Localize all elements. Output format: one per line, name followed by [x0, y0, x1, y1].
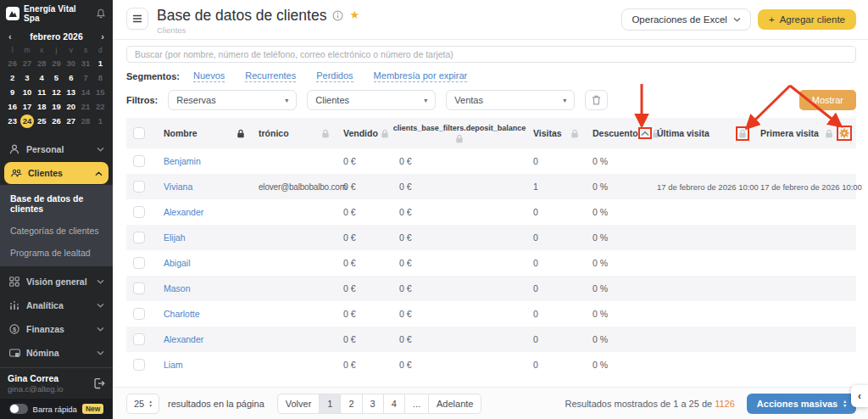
- calendar-prev-icon[interactable]: ‹: [8, 32, 12, 42]
- calendar-day[interactable]: 5: [49, 71, 63, 85]
- info-icon[interactable]: [332, 10, 343, 21]
- page-button[interactable]: ...: [404, 394, 429, 414]
- calendar-day[interactable]: 26: [6, 57, 19, 70]
- calendar-day[interactable]: 28: [79, 115, 92, 128]
- column-header-descuento[interactable]: Descuento: [586, 128, 650, 138]
- filter-select[interactable]: Ventas ▾: [446, 90, 575, 110]
- calendar-next-icon[interactable]: ›: [101, 32, 104, 42]
- calendar-day[interactable]: 3: [20, 71, 34, 85]
- segment-link[interactable]: Perdidos: [316, 70, 353, 82]
- filter-select[interactable]: Reservas ▾: [168, 90, 297, 110]
- calendar-day[interactable]: 12: [49, 86, 63, 99]
- calendar-day[interactable]: 28: [35, 57, 48, 70]
- bulk-actions-button[interactable]: Acciones masivas ▴▾: [747, 394, 856, 414]
- sidebar-item-base-de-datos[interactable]: Base de datos de clientes: [0, 187, 113, 220]
- calendar-day[interactable]: 31: [79, 57, 92, 70]
- sidebar-item-clientes[interactable]: Clientes: [4, 162, 108, 184]
- menu-burger-button[interactable]: [126, 8, 148, 30]
- calendar-day[interactable]: 8: [93, 71, 107, 85]
- calendar-day[interactable]: 27: [20, 57, 34, 70]
- calendar-day[interactable]: 1: [93, 57, 107, 70]
- page-button[interactable]: Volver: [277, 394, 320, 414]
- search-input[interactable]: [126, 46, 856, 63]
- calendar-day[interactable]: 23: [6, 115, 19, 128]
- row-checkbox[interactable]: [133, 257, 145, 269]
- sidebar-item-finanzas[interactable]: Finanzas: [0, 317, 113, 341]
- calendar-day[interactable]: 30: [64, 57, 78, 70]
- calendar-day[interactable]: 11: [35, 86, 48, 99]
- client-name-link[interactable]: Viviana: [157, 182, 252, 192]
- row-checkbox[interactable]: [133, 359, 145, 371]
- calendar-day[interactable]: 21: [79, 100, 92, 114]
- calendar-day[interactable]: 6: [64, 71, 78, 85]
- calendar-day[interactable]: 16: [6, 100, 19, 114]
- segment-link[interactable]: Recurrentes: [245, 70, 296, 82]
- collapse-panel-button[interactable]: ‹: [851, 385, 868, 407]
- client-name-link[interactable]: Alexander: [157, 207, 252, 217]
- calendar-day[interactable]: 17: [20, 100, 34, 114]
- calendar-day[interactable]: 29: [49, 57, 63, 70]
- column-settings-gear-icon[interactable]: [839, 128, 849, 138]
- sidebar-item-personal[interactable]: Personal: [0, 137, 113, 161]
- calendar-day[interactable]: 19: [49, 100, 63, 114]
- column-header-primera-visita[interactable]: Primera visita: [754, 128, 856, 138]
- calendar-day[interactable]: 1: [93, 115, 107, 128]
- show-button[interactable]: Mostrar: [799, 90, 856, 110]
- sidebar-item-vision-general[interactable]: Visión general: [0, 270, 113, 293]
- client-name-link[interactable]: Elijah: [157, 232, 252, 243]
- client-name-link[interactable]: Mason: [157, 283, 252, 293]
- logout-icon[interactable]: [93, 377, 105, 389]
- page-size-select[interactable]: 25 ▴▾: [126, 394, 159, 414]
- calendar-day[interactable]: 14: [79, 86, 92, 99]
- calendar-day[interactable]: 25: [35, 115, 48, 128]
- row-checkbox[interactable]: [133, 155, 145, 167]
- quickbar-toggle[interactable]: [9, 404, 28, 414]
- row-checkbox[interactable]: [133, 206, 145, 218]
- client-name-link[interactable]: Abigail: [157, 258, 252, 268]
- row-checkbox[interactable]: [133, 232, 145, 243]
- segment-link[interactable]: Membresía por expirar: [374, 70, 468, 82]
- favorite-star-icon[interactable]: ★: [349, 9, 359, 21]
- row-checkbox[interactable]: [133, 333, 145, 345]
- column-header-nombre[interactable]: Nombre: [157, 128, 252, 138]
- client-name-link[interactable]: Charlotte: [157, 309, 252, 319]
- calendar-day[interactable]: 24: [20, 115, 34, 128]
- column-header-deposit[interactable]: clients_base_filters.deposit_balance: [392, 121, 526, 146]
- row-checkbox[interactable]: [133, 181, 145, 193]
- sidebar-item-nomina[interactable]: Nómina: [0, 341, 113, 365]
- calendar-day[interactable]: 10: [20, 86, 34, 99]
- page-button[interactable]: Adelante: [428, 394, 481, 414]
- client-name-link[interactable]: Benjamin: [157, 156, 252, 166]
- segment-link[interactable]: Nuevos: [193, 70, 225, 82]
- page-button[interactable]: 4: [383, 394, 405, 414]
- calendar-day[interactable]: 4: [35, 71, 48, 85]
- page-button[interactable]: 3: [362, 394, 384, 414]
- excel-operations-button[interactable]: Operaciones de Excel: [621, 8, 751, 31]
- notifications-bell-icon[interactable]: [96, 8, 106, 19]
- page-button[interactable]: 2: [340, 394, 362, 414]
- sidebar-item-analitica[interactable]: Analítica: [0, 293, 113, 317]
- client-name-link[interactable]: Liam: [157, 360, 252, 370]
- sidebar-item-programa-lealtad[interactable]: Programa de lealtad: [0, 242, 113, 264]
- client-name-link[interactable]: Alexander: [157, 334, 252, 344]
- calendar-day[interactable]: 2: [6, 71, 19, 85]
- calendar-day[interactable]: 9: [6, 86, 19, 99]
- row-checkbox[interactable]: [133, 282, 145, 294]
- sidebar-item-categorias[interactable]: Categorías de clientes: [0, 220, 113, 242]
- calendar-day[interactable]: 22: [93, 100, 107, 114]
- select-all-checkbox[interactable]: [133, 127, 145, 139]
- calendar-day[interactable]: 26: [49, 115, 63, 128]
- column-header-ultima-visita[interactable]: Última visita: [650, 128, 754, 138]
- filter-select[interactable]: Clientes ▾: [307, 90, 436, 110]
- calendar-day[interactable]: 27: [64, 115, 78, 128]
- column-header-correo[interactable]: trónico: [252, 128, 337, 138]
- calendar-day[interactable]: 18: [35, 100, 48, 114]
- calendar-day[interactable]: 7: [79, 71, 92, 85]
- row-checkbox[interactable]: [133, 308, 145, 320]
- column-header-visitas[interactable]: Visitas: [526, 128, 586, 138]
- clear-filters-trash-button[interactable]: [585, 90, 608, 110]
- column-header-vendido[interactable]: Vendido: [337, 128, 392, 138]
- calendar-day[interactable]: 20: [64, 100, 78, 114]
- add-client-button[interactable]: + Agregar cliente: [758, 9, 856, 30]
- calendar-day[interactable]: 15: [93, 86, 107, 99]
